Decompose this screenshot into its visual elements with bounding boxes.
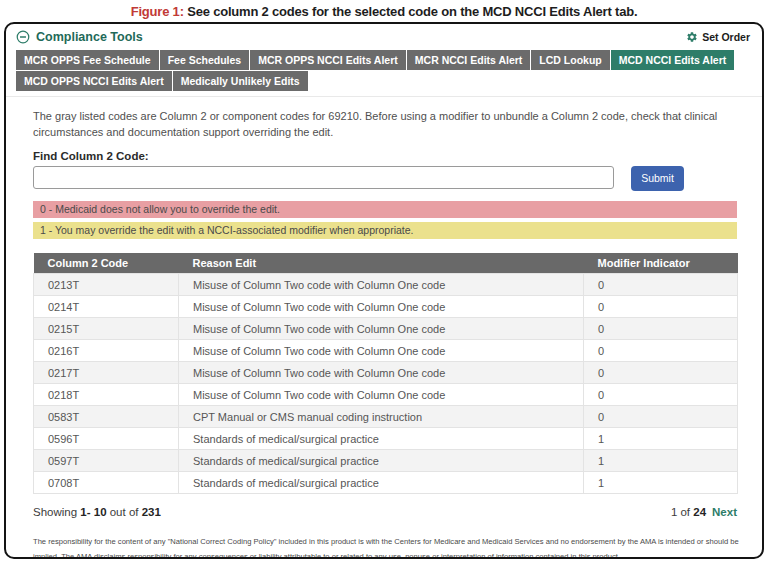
table-row: 0217TMisuse of Column Two code with Colu… bbox=[34, 362, 738, 384]
reason-edit-cell: Misuse of Column Two code with Column On… bbox=[179, 274, 584, 296]
column2-code-cell: 0583T bbox=[34, 406, 179, 428]
column2-code-cell: 0596T bbox=[34, 428, 179, 450]
column2-code-cell: 0214T bbox=[34, 296, 179, 318]
modifier-indicator-cell: 1 bbox=[584, 450, 738, 472]
pagination-row: Showing 1- 10 out of 231 1 of 24Next bbox=[33, 506, 737, 518]
collapse-minus-icon[interactable] bbox=[16, 30, 30, 44]
table-row: 0597TStandards of medical/surgical pract… bbox=[34, 450, 738, 472]
reason-edit-cell: CPT Manual or CMS manual coding instruct… bbox=[179, 406, 584, 428]
reason-edit-cell: Standards of medical/surgical practice bbox=[179, 472, 584, 494]
reason-edit-cell: Misuse of Column Two code with Column On… bbox=[179, 318, 584, 340]
modifier-indicator-cell: 0 bbox=[584, 318, 738, 340]
tab-lcd-lookup[interactable]: LCD Lookup bbox=[531, 50, 609, 70]
tab-mcr-opps-fee-schedule[interactable]: MCR OPPS Fee Schedule bbox=[16, 50, 159, 70]
next-page-link[interactable]: Next bbox=[712, 506, 737, 518]
reason-edit-cell: Standards of medical/surgical practice bbox=[179, 428, 584, 450]
table-row: 0583TCPT Manual or CMS manual coding ins… bbox=[34, 406, 738, 428]
showing-range: 1- 10 bbox=[80, 506, 106, 518]
modifier-indicator-cell: 0 bbox=[584, 340, 738, 362]
header-reason-edit: Reason Edit bbox=[179, 253, 584, 274]
figure-caption-text: See column 2 codes for the selected code… bbox=[184, 4, 638, 19]
reason-edit-cell: Misuse of Column Two code with Column On… bbox=[179, 340, 584, 362]
reason-edit-cell: Misuse of Column Two code with Column On… bbox=[179, 296, 584, 318]
header-modifier-indicator: Modifier Indicator bbox=[584, 253, 738, 274]
modifier-indicator-cell: 1 bbox=[584, 428, 738, 450]
description-text: The gray listed codes are Column 2 or co… bbox=[33, 109, 735, 141]
panel-title: Compliance Tools bbox=[36, 30, 143, 44]
table-row: 0218TMisuse of Column Two code with Colu… bbox=[34, 384, 738, 406]
tab-mcr-opps-ncci-edits-alert[interactable]: MCR OPPS NCCI Edits Alert bbox=[250, 50, 406, 70]
find-column2-input[interactable] bbox=[33, 166, 614, 189]
find-column2-label: Find Column 2 Code: bbox=[33, 150, 735, 162]
modifier-indicator-cell: 0 bbox=[584, 274, 738, 296]
submit-button[interactable]: Submit bbox=[631, 166, 684, 191]
column2-code-cell: 0217T bbox=[34, 362, 179, 384]
tab-fee-schedules[interactable]: Fee Schedules bbox=[160, 50, 250, 70]
showing-total: 231 bbox=[142, 506, 161, 518]
tab-content: The gray listed codes are Column 2 or co… bbox=[6, 97, 762, 559]
modifier-indicator-cell: 1 bbox=[584, 472, 738, 494]
table-body: 0213TMisuse of Column Two code with Colu… bbox=[34, 274, 738, 494]
tab-bar: MCR OPPS Fee ScheduleFee SchedulesMCR OP… bbox=[6, 48, 762, 97]
showing-summary: Showing 1- 10 out of 231 bbox=[33, 506, 161, 518]
table-row: 0215TMisuse of Column Two code with Colu… bbox=[34, 318, 738, 340]
table-row: 0213TMisuse of Column Two code with Colu… bbox=[34, 274, 738, 296]
modifier-indicator-cell: 0 bbox=[584, 384, 738, 406]
modifier-legend: 0 - Medicaid does not allow you to overr… bbox=[33, 201, 735, 239]
reason-edit-cell: Misuse of Column Two code with Column On… bbox=[179, 362, 584, 384]
gear-icon bbox=[686, 31, 698, 43]
table-header-row: Column 2 Code Reason Edit Modifier Indic… bbox=[34, 253, 738, 274]
figure-label: Figure 1: bbox=[131, 4, 184, 19]
page-total: 24 bbox=[693, 506, 706, 518]
modifier-indicator-cell: 0 bbox=[584, 296, 738, 318]
panel-header: Compliance Tools Set Order bbox=[6, 24, 762, 48]
column2-code-cell: 0708T bbox=[34, 472, 179, 494]
modifier-indicator-cell: 0 bbox=[584, 362, 738, 384]
set-order-button[interactable]: Set Order bbox=[686, 31, 750, 43]
column2-code-cell: 0213T bbox=[34, 274, 179, 296]
column2-code-cell: 0215T bbox=[34, 318, 179, 340]
table-row: 0596TStandards of medical/surgical pract… bbox=[34, 428, 738, 450]
search-row: Submit bbox=[33, 166, 735, 191]
column2-code-cell: 0216T bbox=[34, 340, 179, 362]
reason-edit-cell: Misuse of Column Two code with Column On… bbox=[179, 384, 584, 406]
legend-modifier-1: 1 - You may override the edit with a NCC… bbox=[33, 222, 737, 239]
legend-modifier-0: 0 - Medicaid does not allow you to overr… bbox=[33, 201, 737, 218]
tab-mcr-ncci-edits-alert[interactable]: MCR NCCI Edits Alert bbox=[407, 50, 531, 70]
page-indicator: 1 of 24Next bbox=[671, 506, 737, 518]
tab-medically-unlikely-edits[interactable]: Medically Unlikely Edits bbox=[173, 71, 308, 91]
modifier-indicator-cell: 0 bbox=[584, 406, 738, 428]
table-row: 0214TMisuse of Column Two code with Colu… bbox=[34, 296, 738, 318]
ama-disclaimer: The responsibility for the content of an… bbox=[33, 535, 739, 559]
table-row: 0216TMisuse of Column Two code with Colu… bbox=[34, 340, 738, 362]
column2-code-cell: 0597T bbox=[34, 450, 179, 472]
tab-mcd-opps-ncci-edits-alert[interactable]: MCD OPPS NCCI Edits Alert bbox=[16, 71, 172, 91]
figure-caption: Figure 1: See column 2 codes for the sel… bbox=[0, 0, 768, 19]
table-row: 0708TStandards of medical/surgical pract… bbox=[34, 472, 738, 494]
set-order-label: Set Order bbox=[702, 31, 750, 43]
column2-code-cell: 0218T bbox=[34, 384, 179, 406]
compliance-tools-panel: Compliance Tools Set Order MCR OPPS Fee … bbox=[4, 22, 764, 559]
reason-edit-cell: Standards of medical/surgical practice bbox=[179, 450, 584, 472]
header-column2-code: Column 2 Code bbox=[34, 253, 179, 274]
column2-codes-table: Column 2 Code Reason Edit Modifier Indic… bbox=[33, 253, 738, 495]
tab-mcd-ncci-edits-alert[interactable]: MCD NCCI Edits Alert bbox=[611, 50, 735, 70]
